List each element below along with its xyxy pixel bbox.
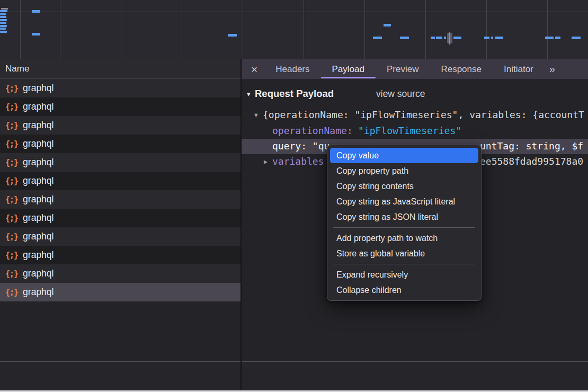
- tree-text: {operationName: "ipFlowTimeseries", vari…: [263, 109, 584, 120]
- request-timing-bar: [484, 37, 489, 39]
- json-braces-icon: {;}: [5, 251, 18, 260]
- json-braces-icon: {;}: [5, 176, 18, 186]
- table-row[interactable]: {;}graphql: [0, 135, 240, 153]
- request-name-label: graphql: [23, 101, 54, 112]
- request-name-label: graphql: [23, 138, 54, 149]
- menu-item-copy-property-path[interactable]: Copy property path: [330, 163, 478, 179]
- context-menu: Copy valueCopy property pathCopy string …: [327, 145, 482, 301]
- footer-divider: [0, 361, 588, 362]
- request-name-label: graphql: [23, 231, 54, 242]
- collapsed-arrow-icon[interactable]: ▶: [264, 158, 268, 165]
- table-row[interactable]: {;}graphql: [0, 172, 240, 190]
- menu-separator: [333, 227, 475, 228]
- tab-payload[interactable]: Payload: [332, 59, 364, 79]
- table-row[interactable]: {;}graphql: [0, 97, 240, 116]
- request-timing-bar: [228, 34, 237, 37]
- request-timing-bar: [0, 25, 7, 27]
- overview-lane-divider: [0, 12, 588, 12]
- request-timing-bar: [0, 19, 7, 21]
- json-braces-icon: {;}: [5, 232, 18, 242]
- requests-table: Name {;}graphql{;}graphql{;}graphql{;}gr…: [0, 59, 240, 361]
- request-timing-bar: [1, 8, 8, 10]
- tree-text: query: "qu: [272, 140, 329, 152]
- name-column-header[interactable]: Name: [0, 59, 240, 79]
- request-name-label: graphql: [23, 120, 54, 131]
- request-rows: {;}graphql{;}graphql{;}graphql{;}graphql…: [0, 79, 240, 301]
- menu-item-copy-value[interactable]: Copy value: [330, 148, 478, 163]
- request-name-label: graphql: [23, 83, 54, 94]
- devtools-network-panel: Name {;}graphql{;}graphql{;}graphql{;}gr…: [0, 0, 588, 392]
- request-timing-bar: [400, 37, 409, 39]
- request-timing-bar: [436, 37, 442, 39]
- collapse-triangle-icon[interactable]: ▾: [247, 90, 251, 98]
- tab-response[interactable]: Response: [441, 59, 482, 79]
- panel-resize-divider[interactable]: [240, 59, 242, 390]
- request-timing-bar: [384, 24, 391, 26]
- tabs: HeadersPayloadPreviewResponseInitiator: [257, 59, 533, 79]
- request-name-label: graphql: [23, 287, 54, 298]
- details-tabbar: × HeadersPayloadPreviewResponseInitiator…: [242, 59, 588, 79]
- expanded-arrow-icon[interactable]: ▼: [254, 112, 258, 119]
- tab-preview[interactable]: Preview: [387, 59, 418, 79]
- tab-headers[interactable]: Headers: [275, 59, 309, 79]
- json-braces-icon: {;}: [5, 158, 18, 167]
- request-timing-bar: [32, 33, 40, 35]
- menu-item-copy-string-as-javascript-literal[interactable]: Copy string as JavaScript literal: [330, 194, 478, 209]
- request-name-label: graphql: [23, 250, 54, 261]
- request-name-label: graphql: [23, 157, 54, 168]
- property-key: variables: [272, 156, 324, 167]
- property-key: operationName:: [272, 125, 359, 136]
- request-name-label: graphql: [23, 268, 54, 279]
- table-row[interactable]: {;}graphql: [0, 79, 240, 97]
- request-payload-section: ▾ Request Payload view source: [242, 88, 588, 101]
- more-tabs-icon[interactable]: »: [549, 59, 554, 79]
- json-braces-icon: {;}: [5, 288, 18, 297]
- view-source-link[interactable]: view source: [376, 88, 425, 100]
- request-timing-bar: [0, 16, 6, 18]
- table-row[interactable]: {;}graphql: [0, 190, 240, 209]
- tab-initiator[interactable]: Initiator: [504, 59, 533, 79]
- menu-item-expand-recursively[interactable]: Expand recursively: [330, 267, 478, 282]
- request-timing-bar: [0, 22, 6, 24]
- table-row[interactable]: {;}graphql: [0, 227, 240, 246]
- request-name-label: graphql: [23, 194, 54, 205]
- menu-item-copy-string-as-json-literal[interactable]: Copy string as JSON literal: [330, 209, 478, 225]
- request-timing-bar: [491, 37, 493, 39]
- marker-bar: [449, 32, 450, 44]
- name-column-label: Name: [5, 64, 29, 74]
- close-details-icon[interactable]: ×: [251, 59, 257, 79]
- request-payload-title: Request Payload: [255, 88, 334, 100]
- menu-item-copy-string-contents[interactable]: Copy string contents: [330, 179, 478, 194]
- table-row[interactable]: {;}graphql: [0, 153, 240, 172]
- request-timing-bar: [0, 10, 7, 12]
- table-row[interactable]: {;}graphql: [0, 116, 240, 135]
- menu-item-store-as-global-variable[interactable]: Store as global variable: [330, 246, 478, 261]
- request-timing-bar: [0, 13, 6, 15]
- tree-text-clipped: untTag: string, $f: [480, 140, 583, 152]
- json-braces-icon: {;}: [5, 121, 18, 130]
- json-braces-icon: {;}: [5, 213, 18, 223]
- json-braces-icon: {;}: [5, 102, 18, 112]
- menu-item-collapse-children[interactable]: Collapse children: [330, 282, 478, 298]
- request-timing-bar: [0, 28, 6, 30]
- json-braces-icon: {;}: [5, 139, 18, 149]
- payload-tree-row[interactable]: ▼{operationName: "ipFlowTimeseries", var…: [242, 108, 588, 123]
- table-row[interactable]: {;}graphql: [0, 246, 240, 264]
- request-timing-bar: [572, 37, 581, 39]
- network-overview-timeline[interactable]: [0, 0, 588, 60]
- request-timing-bar: [373, 37, 382, 39]
- table-row[interactable]: {;}graphql: [0, 209, 240, 227]
- request-name-label: graphql: [23, 175, 54, 186]
- request-name-label: graphql: [23, 212, 54, 224]
- menu-separator: [333, 264, 475, 264]
- status-bar: [0, 362, 588, 390]
- request-timing-bar: [444, 37, 446, 39]
- json-braces-icon: {;}: [5, 84, 18, 93]
- table-row[interactable]: {;}graphql: [0, 283, 240, 301]
- request-timing-bar: [555, 37, 560, 39]
- menu-item-add-property-path-to-watch[interactable]: Add property path to watch: [330, 230, 478, 246]
- json-braces-icon: {;}: [5, 269, 18, 279]
- request-timing-bar: [32, 10, 40, 13]
- payload-tree-row[interactable]: operationName: "ipFlowTimeseries": [242, 123, 588, 139]
- table-row[interactable]: {;}graphql: [0, 264, 240, 283]
